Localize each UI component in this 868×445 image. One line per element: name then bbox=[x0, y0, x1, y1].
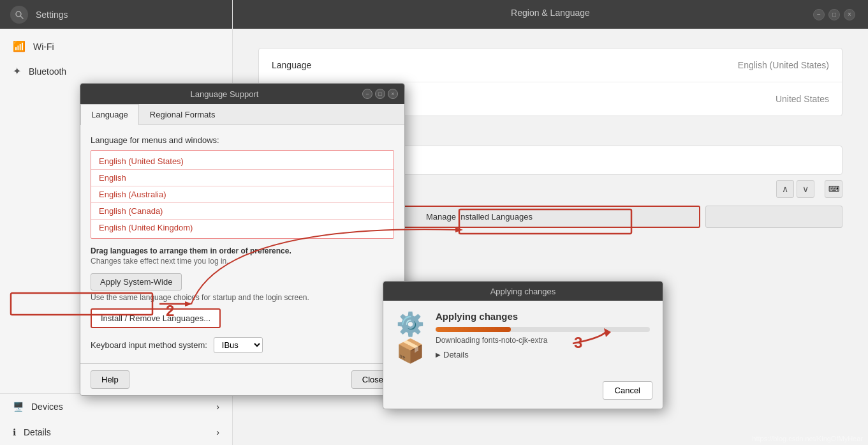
details-row[interactable]: ▶ Details bbox=[436, 350, 650, 359]
help-button[interactable]: Help bbox=[91, 370, 129, 389]
gear-icon: ⚙️📦 bbox=[396, 311, 427, 342]
applying-title: Applying changes bbox=[436, 311, 650, 322]
progress-bar-fill bbox=[436, 327, 511, 332]
lang-dialog-close[interactable]: × bbox=[388, 89, 398, 99]
details-icon: ℹ bbox=[13, 427, 16, 437]
downloading-text: Downloading fonts-noto-cjk-extra bbox=[436, 336, 650, 345]
lang-item-english-au[interactable]: English (Australia) bbox=[91, 186, 394, 203]
wifi-label: Wi-Fi bbox=[33, 41, 54, 52]
chevron-right-icon: › bbox=[216, 402, 219, 412]
language-value: English (United States) bbox=[738, 60, 829, 70]
progress-bar-bg bbox=[436, 327, 650, 332]
details-left: ℹ Details bbox=[13, 427, 51, 437]
lang-list-label: Language for menus and windows: bbox=[91, 135, 394, 145]
extra-button[interactable] bbox=[705, 206, 842, 228]
keyboard-layout-button[interactable]: ⌨ bbox=[825, 180, 842, 198]
lang-item-english-uk[interactable]: English (United Kingdom) bbox=[91, 220, 394, 236]
tab-language[interactable]: Language bbox=[80, 104, 139, 125]
language-support-dialog: Language Support − □ × Language Regional… bbox=[80, 83, 405, 396]
chevron-right-details-icon: › bbox=[216, 427, 219, 437]
keyboard-method-select[interactable]: IBus bbox=[214, 337, 263, 353]
lang-item-english-ca[interactable]: English (Canada) bbox=[91, 203, 394, 220]
applying-header-title: Applying changes bbox=[490, 287, 556, 296]
search-icon[interactable] bbox=[10, 6, 28, 24]
lang-item-english-us[interactable]: English (United States) bbox=[91, 153, 394, 170]
drag-note: Drag languages to arrange them in order … bbox=[91, 246, 394, 255]
lang-dialog-tabs: Language Regional Formats bbox=[80, 104, 404, 125]
applying-changes-dialog: Applying changes ⚙️📦 Applying changes Do… bbox=[383, 281, 663, 409]
applying-footer: Cancel bbox=[383, 376, 663, 409]
devices-label: Devices bbox=[31, 402, 63, 412]
lang-dialog-minimize[interactable]: − bbox=[362, 89, 372, 99]
language-list: English (United States) English English … bbox=[91, 150, 394, 239]
formats-value: United States bbox=[776, 94, 829, 104]
details-triangle-icon: ▶ bbox=[436, 351, 441, 358]
lang-dialog-body: Language for menus and windows: English … bbox=[80, 125, 404, 363]
main-window-title: Region & Language bbox=[511, 8, 590, 18]
sidebar-item-details[interactable]: ℹ Details › bbox=[0, 419, 232, 445]
bluetooth-label: Bluetooth bbox=[29, 66, 66, 77]
applying-info: Applying changes Downloading fonts-noto-… bbox=[436, 311, 650, 359]
language-label: Language bbox=[272, 60, 311, 70]
tab-regional-formats[interactable]: Regional Formats bbox=[139, 104, 226, 124]
move-up-button[interactable]: ∧ bbox=[776, 180, 794, 198]
svg-line-1 bbox=[20, 16, 23, 19]
use-same-note: Use the same language choices for startu… bbox=[91, 293, 394, 302]
applying-row: ⚙️📦 Applying changes Downloading fonts-n… bbox=[396, 311, 650, 359]
sidebar-item-devices[interactable]: 🖥️ Devices › bbox=[0, 394, 232, 419]
move-down-button[interactable]: ∨ bbox=[797, 180, 814, 198]
details-label: Details bbox=[24, 427, 51, 437]
main-header: Region & Language − □ × bbox=[233, 0, 868, 29]
drag-sub: Changes take effect next time you log in… bbox=[91, 257, 394, 266]
devices-icon: 🖥️ bbox=[13, 402, 24, 412]
lang-dialog-maximize[interactable]: □ bbox=[375, 89, 385, 99]
watermark: https://blog.csdn.net/KingOfMyHear bbox=[752, 435, 863, 442]
devices-left: 🖥️ Devices bbox=[13, 402, 63, 412]
sidebar-item-bluetooth[interactable]: ✦ Bluetooth bbox=[0, 59, 232, 84]
maximize-button[interactable]: □ bbox=[828, 9, 840, 20]
lang-dialog-footer: Help Close bbox=[80, 363, 404, 395]
close-button[interactable]: × bbox=[844, 9, 855, 20]
keyboard-method-row: Keyboard input method system: IBus bbox=[91, 337, 394, 353]
install-remove-languages-button[interactable]: Install / Remove Languages... bbox=[91, 308, 221, 328]
settings-header: Settings bbox=[0, 0, 232, 29]
apply-system-wide-button[interactable]: Apply System-Wide bbox=[91, 273, 182, 290]
lang-dialog-header: Language Support − □ × bbox=[80, 84, 404, 104]
main-window-controls: − □ × bbox=[813, 9, 855, 20]
settings-window-title: Settings bbox=[36, 10, 68, 20]
applying-header: Applying changes bbox=[383, 282, 663, 301]
lang-dialog-controls: − □ × bbox=[362, 89, 398, 99]
lang-dialog-title: Language Support bbox=[87, 89, 362, 99]
wifi-icon: 📶 bbox=[13, 40, 26, 52]
cancel-applying-button[interactable]: Cancel bbox=[603, 381, 652, 400]
minimize-button[interactable]: − bbox=[813, 9, 825, 20]
sidebar-item-wifi[interactable]: 📶 Wi-Fi bbox=[0, 34, 232, 59]
details-label: Details bbox=[443, 350, 469, 359]
bottom-nav: 🖥️ Devices › ℹ Details › bbox=[0, 393, 232, 445]
lang-item-english[interactable]: English bbox=[91, 170, 394, 186]
applying-body: ⚙️📦 Applying changes Downloading fonts-n… bbox=[383, 301, 663, 376]
language-row[interactable]: Language English (United States) bbox=[259, 49, 842, 82]
keyboard-method-label: Keyboard input method system: bbox=[91, 340, 207, 350]
bluetooth-icon: ✦ bbox=[13, 65, 21, 77]
